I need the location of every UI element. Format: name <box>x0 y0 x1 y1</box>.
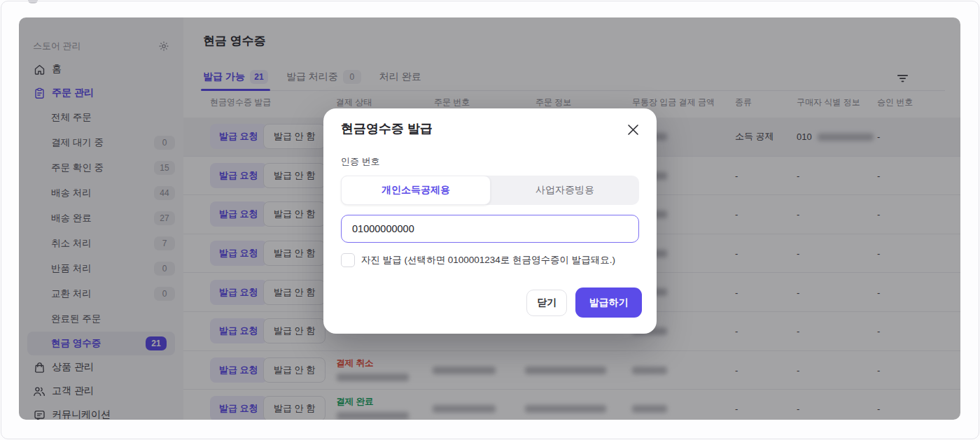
close-icon[interactable] <box>626 122 640 136</box>
auth-number-input[interactable] <box>341 215 639 243</box>
self-issue-checkbox[interactable] <box>341 253 355 267</box>
close-button[interactable]: 닫기 <box>526 290 567 316</box>
segment-label: 개인소득공제용 <box>382 184 450 197</box>
self-issue-row: 자진 발급 (선택하면 0100001234로 현금영수증이 발급돼요.) <box>341 253 615 267</box>
segment-label: 사업자증빙용 <box>536 184 594 197</box>
issue-button[interactable]: 발급하기 <box>575 288 642 318</box>
segment-0[interactable]: 개인소득공제용 <box>341 176 491 205</box>
cutoff-element <box>28 0 38 3</box>
segment-1[interactable]: 사업자증빙용 <box>491 176 639 205</box>
cash-receipt-modal: 현금영수증 발급 인증 번호 개인소득공제용사업자증빙용 자진 발급 (선택하면… <box>323 108 657 334</box>
auth-number-label: 인증 번호 <box>341 155 380 168</box>
self-issue-label: 자진 발급 (선택하면 0100001234로 현금영수증이 발급돼요.) <box>361 254 615 267</box>
modal-title: 현금영수증 발급 <box>341 120 433 137</box>
receipt-type-segmented-control: 개인소득공제용사업자증빙용 <box>341 176 639 205</box>
